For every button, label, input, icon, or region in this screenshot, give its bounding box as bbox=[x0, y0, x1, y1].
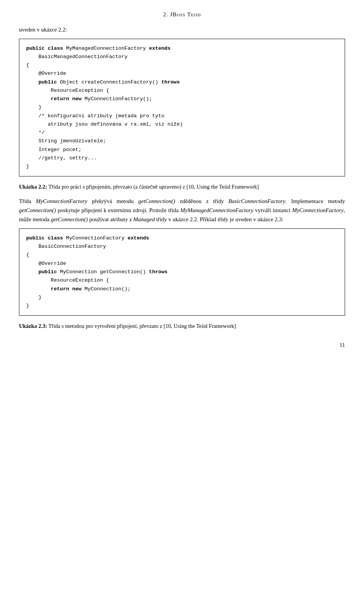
intro-text: uveden v ukázce 2.2: bbox=[19, 27, 67, 33]
page-header: 2. JBoss Teiid bbox=[19, 11, 345, 18]
caption-2-label: Ukázka 2.3: bbox=[19, 323, 47, 329]
caption-2: Ukázka 2.3: Třída s metodou pro vytvořen… bbox=[19, 322, 345, 330]
code-block-1: public class MyManagedConnectionFactory … bbox=[19, 39, 345, 177]
method-ref-2: getConnection() bbox=[19, 207, 56, 213]
caption-1-text: Třída pro práci s připojením, převzato (… bbox=[47, 184, 259, 190]
class-ref-2: BasicConnectionFactory bbox=[228, 198, 285, 204]
class-ref-1: MyConnectionFactory bbox=[36, 198, 87, 204]
caption-1: Ukázka 2.2: Třída pro práci s připojením… bbox=[19, 183, 345, 191]
method-ref-1: getConnection() bbox=[138, 198, 175, 204]
header-text: 2. JBoss Teiid bbox=[163, 11, 201, 17]
method-ref-3: getConnection() bbox=[51, 216, 88, 222]
body-paragraph-1: Třída MyConnectionFactory překrývá metod… bbox=[19, 197, 345, 224]
class-ref-3: MyManagedConnectionFactory bbox=[180, 207, 253, 213]
page-number: 11 bbox=[19, 342, 345, 348]
caption-2-text: Třída s metodou pro vytvoření připojení,… bbox=[47, 323, 236, 329]
caption-1-label: Ukázka 2.2: bbox=[19, 184, 47, 190]
class-ref-4: MyConnectionFactory bbox=[292, 207, 344, 213]
managed-ref: Managed bbox=[133, 216, 155, 222]
intro-paragraph: uveden v ukázce 2.2: bbox=[19, 25, 345, 34]
code-block-2: public class MyConnectionFactory extends… bbox=[19, 228, 345, 316]
